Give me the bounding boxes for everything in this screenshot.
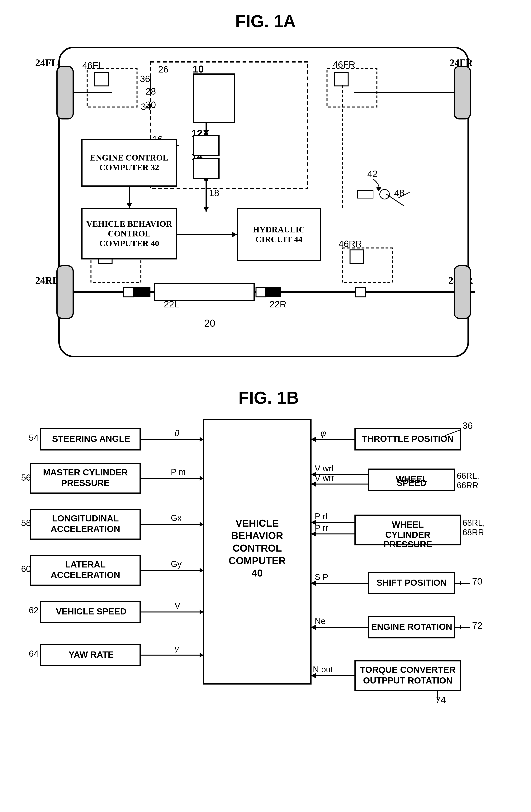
svg-marker-153 [311,673,316,678]
svg-text:P rl: P rl [315,512,327,521]
svg-text:COMPUTER: COMPUTER [228,555,286,566]
svg-text:LATERAL: LATERAL [65,560,106,569]
svg-marker-83 [199,568,204,573]
page: FIG. 1A 22L 22R 20 [0,0,531,812]
svg-text:V: V [174,601,180,610]
label-24fl: 24FL [35,57,58,69]
svg-text:70: 70 [472,576,482,586]
engine-control-box: ENGINE CONTROL COMPUTER 32 [81,139,177,187]
svg-text:54: 54 [29,433,39,443]
svg-marker-113 [311,472,316,477]
svg-marker-69 [199,476,204,481]
svg-text:WHEEL: WHEEL [392,520,424,530]
svg-text:THROTTLE POSITION: THROTTLE POSITION [362,434,454,444]
svg-text:WHEEL: WHEEL [396,474,428,484]
svg-text:60: 60 [21,564,31,574]
fig1b-diagram: STEERING ANGLE 54 θ MASTER CYLINDER PRES… [19,419,518,716]
svg-text:TORQUE CONVERTER: TORQUE CONVERTER [360,665,456,675]
svg-line-109 [445,430,461,436]
svg-text:ENGINE ROTATION: ENGINE ROTATION [371,622,452,632]
svg-text:P rr: P rr [315,523,328,533]
svg-marker-137 [311,581,316,586]
svg-rect-85 [40,601,140,623]
svg-rect-103 [355,429,461,450]
svg-text:72: 72 [472,620,482,630]
svg-marker-145 [311,625,316,630]
svg-text:OUTPPUT ROTATION: OUTPPUT ROTATION [363,676,452,685]
svg-text:ACCELERATION: ACCELERATION [51,524,120,534]
svg-rect-58 [40,429,140,450]
svg-text:PRESSURE: PRESSURE [383,539,432,549]
svg-text:MASTER CYLINDER: MASTER CYLINDER [43,467,128,477]
svg-marker-106 [311,437,316,442]
svg-text:74: 74 [436,695,446,705]
svg-marker-76 [199,522,204,527]
svg-marker-62 [199,437,204,442]
svg-text:φ: φ [321,429,326,438]
hydraulic-circuit-box: HYDRAULIC CIRCUIT 44 [237,208,321,261]
svg-text:56: 56 [21,473,31,482]
svg-text:68RR: 68RR [462,527,484,537]
svg-text:γ: γ [174,644,179,653]
svg-text:V wrr: V wrr [315,473,335,483]
svg-text:64: 64 [29,649,39,658]
svg-text:Ne: Ne [315,617,325,626]
svg-text:CYLINDER: CYLINDER [385,530,430,540]
svg-rect-142 [368,617,455,638]
svg-marker-127 [311,520,316,525]
wheel-fr [454,66,471,119]
svg-rect-91 [40,644,140,666]
master-cylinder-box [193,73,235,123]
svg-rect-71 [31,509,140,539]
svg-text:θ: θ [174,429,179,438]
fig1a-title: FIG. 1A [19,12,512,31]
svg-text:VEHICLE: VEHICLE [236,518,279,529]
fig1b-title: FIG. 1B [19,388,518,408]
svg-text:ACCELERATION: ACCELERATION [51,570,120,580]
svg-text:Gx: Gx [171,513,182,523]
svg-rect-64 [31,463,140,493]
svg-rect-97 [204,419,311,684]
vbc-box: VEHICLE BEHAVIOR CONTROL COMPUTER 40 [81,208,177,260]
svg-text:VEHICLE SPEED: VEHICLE SPEED [56,606,126,617]
wheel-fl [56,66,74,119]
svg-text:36: 36 [462,421,473,431]
svg-text:STEERING ANGLE: STEERING ANGLE [52,434,130,444]
svg-rect-78 [31,555,140,585]
svg-text:68RL,: 68RL, [462,518,485,527]
label-24rl: 24RL [35,275,59,286]
svg-text:58: 58 [21,518,31,528]
svg-text:Gy: Gy [171,559,182,569]
svg-text:62: 62 [29,605,39,615]
fig1a-diagram: 22L 22R 20 [35,39,496,365]
svg-marker-95 [199,653,204,657]
svg-text:66RL,: 66RL, [457,471,479,480]
svg-marker-116 [311,481,316,487]
fig1b-section: FIG. 1B STEERING ANGLE 54 θ MASTER CYLIN… [19,380,518,716]
svg-text:YAW RATE: YAW RATE [69,650,114,659]
box-14 [193,158,220,179]
svg-text:CONTROL: CONTROL [233,542,282,554]
svg-text:BEHAVIOR: BEHAVIOR [231,530,283,541]
svg-rect-121 [355,515,461,545]
svg-text:SPEED: SPEED [397,478,427,488]
svg-rect-110 [368,469,455,490]
svg-text:P m: P m [171,467,185,477]
svg-text:PRESSURE: PRESSURE [61,478,110,488]
wheel-rl [56,265,74,319]
svg-text:LONGITUDINAL: LONGITUDINAL [52,513,119,523]
svg-text:SHIFT POSITION: SHIFT POSITION [377,578,447,588]
svg-text:V wrl: V wrl [315,464,334,473]
svg-text:66RR: 66RR [457,481,478,490]
svg-text:N out: N out [313,665,333,674]
vehicle-outline [58,47,469,357]
svg-text:S P: S P [315,572,329,582]
svg-rect-134 [368,572,455,594]
box-12 [193,135,220,156]
wheel-rr [454,265,471,319]
svg-text:40: 40 [252,567,263,579]
svg-marker-130 [311,532,316,536]
svg-marker-89 [199,609,204,614]
svg-rect-149 [355,661,461,691]
